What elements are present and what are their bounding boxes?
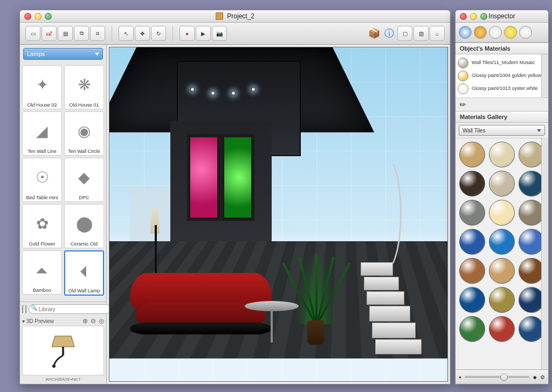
library-item[interactable]: ✦Old House 02 bbox=[22, 65, 62, 109]
room-tool-button[interactable]: ▤ bbox=[58, 26, 73, 41]
home-button[interactable]: ⌂ bbox=[430, 26, 445, 41]
toolbar-separator bbox=[112, 26, 112, 41]
material-swatch-icon bbox=[458, 71, 468, 81]
group-tool-button[interactable]: ⧉ bbox=[74, 26, 89, 41]
material-swatch[interactable] bbox=[489, 200, 515, 226]
inspector-titlebar[interactable]: Inspector bbox=[456, 10, 548, 23]
library-item[interactable]: ✿Gold Flower bbox=[22, 204, 62, 248]
lamp-thumbnail-icon: ☉ bbox=[24, 159, 60, 195]
material-swatch[interactable] bbox=[459, 258, 485, 284]
eyedropper-icon[interactable]: ✎ bbox=[458, 99, 468, 110]
window-title-text: Project_2 bbox=[227, 12, 254, 20]
material-swatch[interactable] bbox=[459, 287, 485, 313]
toolbar-separator bbox=[172, 26, 173, 41]
wall-art-1 bbox=[187, 134, 220, 221]
lamp-thumbnail-icon: ⏴ bbox=[66, 253, 102, 288]
library-category-label: Lamps bbox=[27, 51, 45, 57]
library-item[interactable]: ◉Ten Wall Circle bbox=[64, 111, 104, 156]
window-title: Project_2 bbox=[20, 12, 450, 20]
material-swatch[interactable] bbox=[459, 142, 485, 167]
library-item[interactable]: ☉Bed Table mini bbox=[22, 158, 62, 202]
play-button[interactable]: ▶ bbox=[196, 26, 211, 41]
material-item[interactable]: Glossy paint/1013 oyster white bbox=[458, 82, 546, 95]
watermark: ARCHIBASE▪NET bbox=[22, 375, 104, 382]
document-icon bbox=[216, 12, 223, 20]
record-button[interactable]: ● bbox=[180, 26, 195, 41]
library-item[interactable]: ⏶Bamboo bbox=[22, 250, 62, 295]
svg-rect-1 bbox=[62, 347, 64, 355]
material-item[interactable]: Glossy paint/1004 golden yellow bbox=[458, 69, 546, 82]
zoom-in-icon[interactable]: ⊕ bbox=[82, 317, 88, 325]
grid-view-button[interactable] bbox=[22, 305, 23, 313]
material-swatch[interactable] bbox=[459, 229, 485, 255]
library-item[interactable]: ❋Old House 01 bbox=[64, 65, 104, 109]
lamp-thumbnail-icon: ✿ bbox=[24, 206, 60, 241]
thumbnail-size-slider[interactable] bbox=[465, 376, 529, 378]
scale-up-icon[interactable]: ● bbox=[533, 373, 537, 381]
ungroup-tool-button[interactable]: ⧈ bbox=[90, 26, 105, 41]
view-split-button[interactable]: ▥ bbox=[413, 26, 429, 41]
preview-zoom-controls: ⊕ ⊖ ◎ bbox=[81, 317, 104, 325]
library-search-input[interactable] bbox=[29, 304, 111, 314]
package-icon[interactable]: 📦 bbox=[367, 26, 381, 40]
scrollbar-icon[interactable] bbox=[541, 54, 548, 97]
material-swatch[interactable] bbox=[459, 200, 485, 226]
library-item[interactable]: ◢Ten Wall Line bbox=[22, 111, 62, 156]
wall-art-2 bbox=[221, 134, 254, 221]
library-item[interactable]: ◆DPC bbox=[64, 158, 104, 202]
wall-tool-button[interactable]: ▭ bbox=[25, 26, 40, 41]
material-swatch-icon bbox=[458, 83, 468, 94]
select-tool-button[interactable]: ↖ bbox=[119, 26, 134, 41]
view-2d-button[interactable]: ▢ bbox=[397, 26, 412, 41]
material-swatch[interactable] bbox=[459, 316, 485, 342]
library-item-label: Old Wall Lamp bbox=[66, 288, 102, 293]
camera-button[interactable]: 📷 bbox=[212, 26, 227, 41]
gallery-category-dropdown[interactable]: Wall Tiles bbox=[459, 125, 545, 136]
materials-tab-icon[interactable] bbox=[474, 26, 487, 39]
info-tab-icon[interactable] bbox=[459, 26, 472, 39]
material-swatch[interactable] bbox=[489, 229, 515, 255]
pan-tool-button[interactable]: ✥ bbox=[135, 26, 150, 41]
dimensions-tab-icon[interactable] bbox=[489, 26, 502, 39]
library-item[interactable]: ⏴Old Wall Lamp bbox=[64, 250, 104, 296]
materials-gallery-header: Materials Gallery bbox=[456, 111, 548, 123]
material-item[interactable]: Wall Tiles/11_Modern Mosaic bbox=[458, 57, 546, 69]
material-swatch[interactable] bbox=[459, 171, 485, 197]
object-materials-list: Wall Tiles/11_Modern MosaicGlossy paint/… bbox=[456, 54, 548, 97]
settings-icon[interactable]: ⚙ bbox=[540, 374, 545, 380]
preview-toggle[interactable]: ▾ 3D Preview bbox=[22, 318, 54, 324]
scrollbar-icon[interactable] bbox=[541, 138, 548, 369]
material-swatch[interactable] bbox=[489, 258, 515, 284]
inspector-footer: ● ● ⚙ bbox=[456, 369, 548, 384]
rotate-tool-button[interactable]: ↻ bbox=[151, 26, 166, 41]
material-swatch[interactable] bbox=[489, 316, 515, 342]
library-category-dropdown[interactable]: Lamps bbox=[23, 48, 103, 60]
list-view-button[interactable] bbox=[25, 305, 26, 313]
zoom-fit-icon[interactable]: ◎ bbox=[99, 317, 104, 325]
furniture-tool-button[interactable]: 🛋 bbox=[42, 26, 57, 41]
library-item-label: Ceramic Old bbox=[66, 241, 102, 247]
properties-tab-icon[interactable] bbox=[519, 26, 532, 39]
material-swatch[interactable] bbox=[489, 171, 515, 197]
viewport-3d[interactable] bbox=[109, 47, 448, 382]
library-item[interactable]: ⬤Ceramic Old bbox=[64, 204, 104, 248]
lighting-tab-icon[interactable] bbox=[504, 26, 517, 39]
lamp-preview-icon bbox=[44, 332, 82, 369]
library-item-label: Ten Wall Circle bbox=[66, 149, 102, 154]
library-grid: ✦Old House 02❋Old House 01◢Ten Wall Line… bbox=[20, 63, 106, 302]
materials-gallery-grid bbox=[456, 138, 548, 369]
main-titlebar[interactable]: Project_2 bbox=[20, 10, 450, 23]
info-icon[interactable]: ⓘ bbox=[382, 26, 396, 40]
preview-box[interactable] bbox=[22, 326, 104, 375]
svg-point-2 bbox=[52, 365, 56, 368]
material-swatch[interactable] bbox=[489, 287, 515, 313]
inspector-title: Inspector bbox=[456, 12, 548, 20]
material-swatch[interactable] bbox=[489, 142, 515, 167]
library-item-label: Old House 02 bbox=[24, 102, 60, 108]
lamp-thumbnail-icon: ❋ bbox=[66, 67, 102, 102]
material-name: Glossy paint/1004 golden yellow bbox=[472, 73, 546, 79]
coffee-table bbox=[245, 301, 299, 348]
zoom-out-icon[interactable]: ⊖ bbox=[91, 317, 96, 325]
scale-down-icon[interactable]: ● bbox=[459, 375, 461, 380]
material-swatch-icon bbox=[458, 58, 468, 68]
